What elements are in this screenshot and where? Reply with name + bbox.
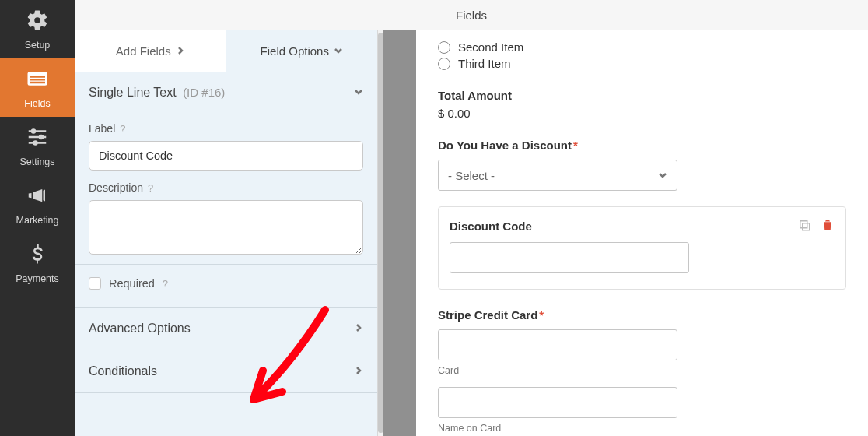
nav-label-setup: Setup xyxy=(25,40,51,51)
sliders-icon xyxy=(26,125,49,152)
chevron-right-icon xyxy=(176,44,185,58)
duplicate-icon[interactable] xyxy=(797,218,811,234)
field-options-panel: Add Fields Field Options Single Line Tex… xyxy=(75,30,378,436)
nav-item-settings[interactable]: Settings xyxy=(0,117,75,175)
bullhorn-icon xyxy=(26,184,49,210)
gear-icon xyxy=(26,9,49,35)
trash-icon[interactable] xyxy=(821,218,835,234)
radio-option[interactable]: Third Item xyxy=(438,57,846,70)
radio-icon xyxy=(438,58,450,70)
chevron-down-icon xyxy=(354,86,363,100)
card-input[interactable] xyxy=(438,329,677,360)
svg-point-5 xyxy=(31,128,37,134)
selected-field-card[interactable]: Discount Code xyxy=(438,206,846,290)
svg-point-7 xyxy=(39,134,44,139)
field-header[interactable]: Single Line Text (ID #16) xyxy=(75,72,377,111)
name-on-card-input[interactable] xyxy=(438,387,677,418)
nav-item-fields[interactable]: Fields xyxy=(0,58,75,117)
field-type-name: Single Line Text xyxy=(89,86,177,99)
discount-code-label: Discount Code xyxy=(450,220,532,233)
discount-select[interactable]: - Select - xyxy=(438,160,677,191)
total-amount-value: $ 0.00 xyxy=(438,107,846,120)
svg-rect-1 xyxy=(30,76,45,78)
topbar-title: Fields xyxy=(456,9,487,22)
description-caption: Description xyxy=(89,181,143,194)
nav-label-settings: Settings xyxy=(19,156,54,167)
chevron-down-icon xyxy=(334,44,343,58)
form-icon xyxy=(26,67,49,93)
accordion-advanced-options[interactable]: Advanced Options xyxy=(75,308,377,350)
svg-point-9 xyxy=(33,140,38,146)
required-caption: Required xyxy=(109,277,155,290)
svg-rect-3 xyxy=(30,81,45,83)
discount-code-input[interactable] xyxy=(450,242,689,273)
name-sublabel: Name on Card xyxy=(438,423,846,434)
nav-item-marketing[interactable]: Marketing xyxy=(0,175,75,234)
total-amount-label: Total Amount xyxy=(438,89,846,102)
svg-rect-10 xyxy=(800,221,807,228)
svg-rect-11 xyxy=(803,223,810,230)
chevron-right-icon xyxy=(354,364,363,378)
dollar-icon xyxy=(26,242,49,269)
radio-option[interactable]: Second Item xyxy=(438,40,846,54)
nav-label-fields: Fields xyxy=(24,98,50,109)
required-checkbox[interactable] xyxy=(89,277,101,290)
accordion-conditionals[interactable]: Conditionals xyxy=(75,350,377,393)
radio-icon xyxy=(438,41,450,54)
chevron-right-icon xyxy=(354,322,363,336)
tab-field-options[interactable]: Field Options xyxy=(226,30,378,72)
label-caption: Label xyxy=(89,122,115,135)
form-preview: Second Item Third Item Total Amount $ 0.… xyxy=(383,30,868,436)
topbar: Fields xyxy=(75,0,868,30)
chevron-down-icon xyxy=(658,169,667,182)
panel-resize-handle[interactable] xyxy=(378,33,383,433)
description-input[interactable] xyxy=(89,200,363,255)
card-sublabel: Card xyxy=(438,365,846,376)
nav-item-setup[interactable]: Setup xyxy=(0,0,75,58)
nav-label-payments: Payments xyxy=(16,273,59,284)
main-sidebar: Setup Fields Settings Marketing Payments xyxy=(0,0,75,436)
help-icon[interactable]: ? xyxy=(163,278,168,290)
field-id: (ID #16) xyxy=(183,86,225,99)
nav-item-payments[interactable]: Payments xyxy=(0,234,75,292)
discount-question-label: Do You Have a Discount* xyxy=(438,139,846,152)
label-input[interactable] xyxy=(89,141,363,171)
help-icon[interactable]: ? xyxy=(148,182,153,194)
svg-rect-2 xyxy=(30,79,45,81)
help-icon[interactable]: ? xyxy=(120,123,125,135)
nav-label-marketing: Marketing xyxy=(16,215,59,226)
tab-add-fields[interactable]: Add Fields xyxy=(75,30,226,72)
stripe-label: Stripe Credit Card* xyxy=(438,308,846,322)
